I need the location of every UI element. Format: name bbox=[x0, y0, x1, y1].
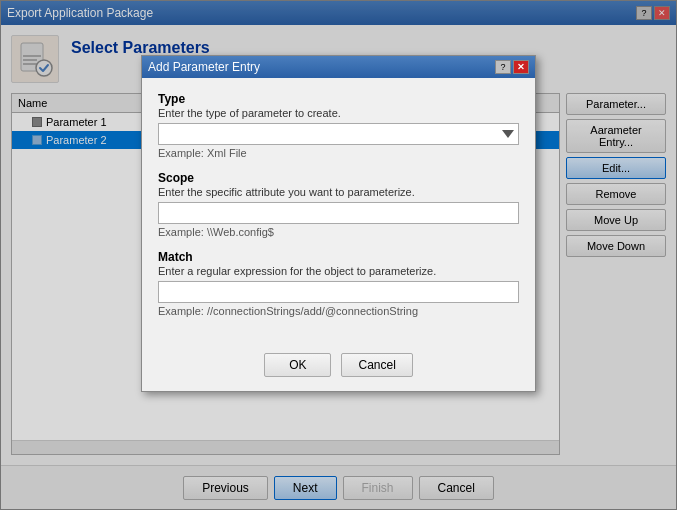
scope-field-section: Scope Enter the specific attribute you w… bbox=[158, 171, 519, 238]
scope-input[interactable] bbox=[158, 202, 519, 224]
modal-help-button[interactable]: ? bbox=[495, 60, 511, 74]
match-example: Example: //connectionStrings/add/@connec… bbox=[158, 305, 519, 317]
type-select-wrapper bbox=[158, 123, 519, 145]
type-description: Enter the type of parameter to create. bbox=[158, 107, 519, 119]
modal-title-bar: Add Parameter Entry ? ✕ bbox=[142, 56, 535, 78]
modal-body: Type Enter the type of parameter to crea… bbox=[142, 78, 535, 343]
modal-title: Add Parameter Entry bbox=[148, 60, 260, 74]
type-label: Type bbox=[158, 92, 519, 106]
type-example: Example: Xml File bbox=[158, 147, 519, 159]
modal-overlay: Add Parameter Entry ? ✕ Type Enter the t… bbox=[0, 0, 677, 510]
match-input[interactable] bbox=[158, 281, 519, 303]
modal-close-button[interactable]: ✕ bbox=[513, 60, 529, 74]
type-select[interactable] bbox=[158, 123, 519, 145]
type-field-section: Type Enter the type of parameter to crea… bbox=[158, 92, 519, 159]
modal-cancel-button[interactable]: Cancel bbox=[341, 353, 412, 377]
ok-button[interactable]: OK bbox=[264, 353, 331, 377]
match-description: Enter a regular expression for the objec… bbox=[158, 265, 519, 277]
modal-footer: OK Cancel bbox=[142, 343, 535, 391]
match-field-section: Match Enter a regular expression for the… bbox=[158, 250, 519, 317]
outer-wrapper: Export Application Package ? ✕ bbox=[0, 0, 677, 510]
modal-controls: ? ✕ bbox=[495, 60, 529, 74]
modal-dialog: Add Parameter Entry ? ✕ Type Enter the t… bbox=[141, 55, 536, 392]
scope-example: Example: \\Web.config$ bbox=[158, 226, 519, 238]
scope-label: Scope bbox=[158, 171, 519, 185]
match-label: Match bbox=[158, 250, 519, 264]
scope-description: Enter the specific attribute you want to… bbox=[158, 186, 519, 198]
